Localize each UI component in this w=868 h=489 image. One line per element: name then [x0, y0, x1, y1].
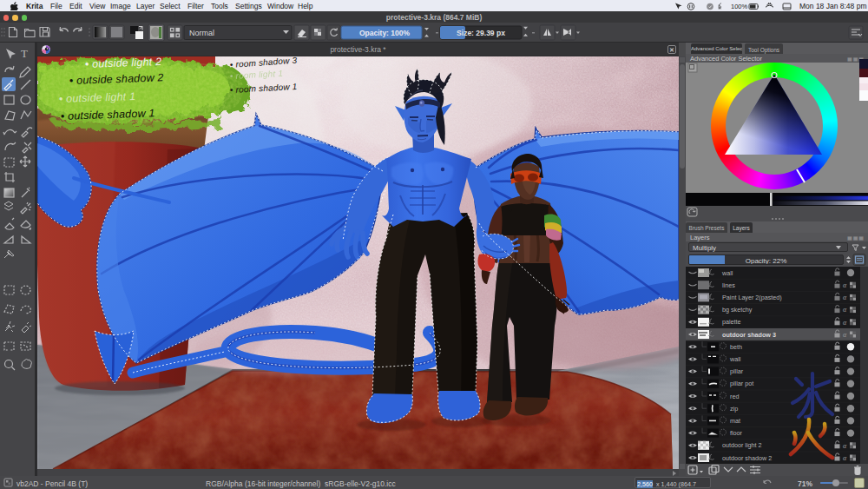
svg-text:α: α: [843, 319, 847, 327]
svg-text:α: α: [843, 306, 847, 314]
svg-text:lines: lines: [722, 281, 735, 289]
svg-text:wall: wall: [721, 269, 733, 277]
svg-text:mat: mat: [730, 417, 740, 425]
svg-text:beth: beth: [730, 343, 742, 351]
svg-text:α: α: [843, 281, 847, 289]
svg-text:pillar: pillar: [730, 367, 744, 375]
svg-text:outdoor light 2: outdoor light 2: [722, 441, 762, 449]
svg-text:Opacity: 100%: Opacity: 100%: [359, 29, 411, 37]
svg-text:floor: floor: [730, 429, 743, 437]
svg-text:zip: zip: [730, 405, 738, 413]
svg-text:outdoor shadow 3: outdoor shadow 3: [722, 331, 776, 339]
svg-text:Normal: Normal: [189, 29, 214, 37]
svg-text:pillar pot: pillar pot: [730, 380, 753, 387]
svg-text:T: T: [21, 47, 28, 60]
svg-text:red: red: [730, 393, 739, 400]
svg-text:100%: 100%: [731, 3, 748, 10]
svg-text:wall: wall: [729, 355, 741, 363]
svg-text:α: α: [843, 294, 847, 301]
svg-text:Paint Layer 2(pasted): Paint Layer 2(pasted): [722, 294, 782, 301]
svg-text:outdoor shadow 2: outdoor shadow 2: [722, 454, 772, 462]
svg-text:palette: palette: [722, 318, 741, 326]
svg-text:Size: 29.39 px: Size: 29.39 px: [457, 29, 505, 37]
svg-text:bg sketchy: bg sketchy: [722, 306, 753, 314]
